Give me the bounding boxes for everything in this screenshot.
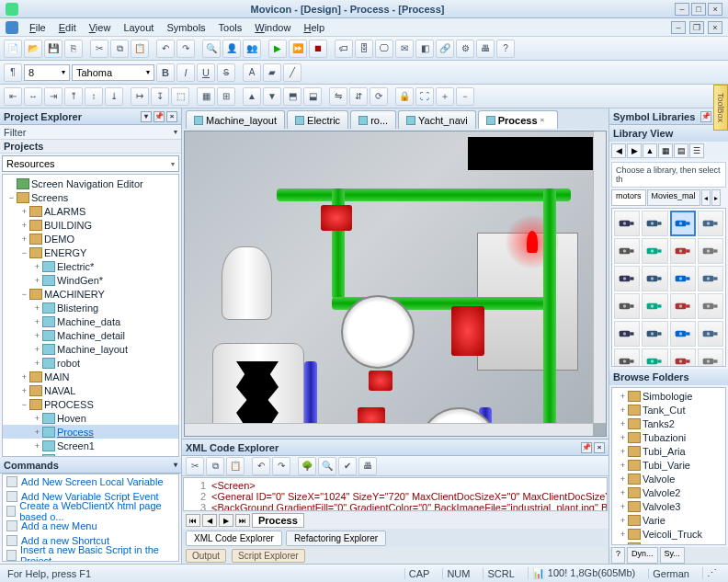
- libtab-right-icon[interactable]: ▸: [711, 189, 721, 206]
- copy-button[interactable]: ⧉: [110, 40, 129, 58]
- doc-tab[interactable]: Yacht_navi: [398, 110, 476, 129]
- project-tree[interactable]: Screen Navigation Editor−Screens+ALARMS+…: [2, 174, 179, 457]
- menu-window[interactable]: Window: [249, 20, 296, 35]
- folder-node[interactable]: +Valvole: [614, 473, 723, 486]
- folder-node[interactable]: +Simbologie: [614, 390, 723, 404]
- back-button[interactable]: ▼: [263, 87, 281, 106]
- symbol-thumb[interactable]: [698, 238, 723, 264]
- close-button[interactable]: ×: [708, 3, 722, 16]
- symbol-thumb[interactable]: [670, 348, 696, 367]
- symbol-thumb[interactable]: [614, 321, 640, 347]
- symbol-thumb[interactable]: [698, 321, 723, 347]
- lib-fwd-button[interactable]: ▶: [627, 143, 642, 158]
- user-button[interactable]: 👤: [222, 40, 241, 58]
- tree-node[interactable]: +Screen1: [3, 439, 178, 452]
- rtab-help[interactable]: ?: [611, 547, 625, 564]
- xml-last-button[interactable]: ⏭: [235, 514, 250, 527]
- redo-button[interactable]: ↷: [176, 40, 195, 58]
- xml-nav-tab[interactable]: Process: [252, 513, 304, 528]
- pe-dropdown-icon[interactable]: ▾: [141, 111, 152, 122]
- help-button[interactable]: ?: [496, 40, 515, 58]
- obj-button[interactable]: ◧: [415, 40, 434, 58]
- xml-pin-icon[interactable]: 📌: [581, 442, 592, 453]
- canvas-scroll-h[interactable]: [185, 423, 593, 436]
- sl-pin-icon[interactable]: 📌: [700, 111, 711, 122]
- canvas-scroll-v[interactable]: [593, 131, 606, 423]
- rtab-dyn[interactable]: Dyn...: [627, 547, 658, 564]
- maximize-button[interactable]: □: [691, 3, 706, 16]
- paste-button[interactable]: 📋: [131, 40, 149, 58]
- symbol-thumb[interactable]: [670, 293, 696, 319]
- open-button[interactable]: 📂: [24, 40, 42, 58]
- snap-button[interactable]: ⊞: [217, 87, 235, 106]
- zoom-out-button[interactable]: －: [456, 87, 474, 106]
- bold-button[interactable]: B: [156, 63, 175, 82]
- ungroup-button[interactable]: ⬓: [303, 87, 322, 106]
- step-button[interactable]: ⏩: [289, 40, 307, 58]
- linecolor-button[interactable]: ╱: [283, 63, 301, 82]
- xml-first-button[interactable]: ⏮: [186, 514, 200, 527]
- tree-node[interactable]: +ALARMS: [3, 204, 178, 218]
- align-center-button[interactable]: ↔: [24, 87, 42, 106]
- symbol-thumb[interactable]: [698, 211, 723, 236]
- zoom-fit-button[interactable]: ⛶: [415, 87, 434, 106]
- symbol-thumb[interactable]: [698, 293, 723, 319]
- tab-refactoring-explorer[interactable]: Refactoring Explorer: [286, 531, 386, 546]
- minimize-button[interactable]: –: [675, 3, 689, 16]
- design-canvas[interactable]: [184, 131, 607, 437]
- zoom-in-button[interactable]: ＋: [436, 87, 454, 106]
- menu-view[interactable]: View: [84, 20, 117, 35]
- symbol-thumb[interactable]: [642, 238, 667, 264]
- symbol-thumb[interactable]: [642, 211, 667, 236]
- pe-close-icon[interactable]: ×: [166, 111, 177, 122]
- xml-prev-button[interactable]: ◀: [202, 514, 217, 527]
- xml-cut-button[interactable]: ✂: [186, 457, 204, 475]
- folder-node[interactable]: +Tank_Cut: [614, 404, 723, 417]
- status-grip-icon[interactable]: ⋰: [702, 567, 721, 579]
- para-button[interactable]: ¶: [4, 63, 22, 82]
- menu-help[interactable]: Help: [298, 20, 330, 35]
- tree-node[interactable]: +Machine_layout: [3, 342, 178, 356]
- folder-node[interactable]: +Valvole3: [614, 500, 723, 514]
- italic-button[interactable]: I: [176, 63, 195, 82]
- symbol-thumb[interactable]: [670, 321, 696, 347]
- tree-node[interactable]: −MACHINERY: [3, 287, 178, 301]
- align-bottom-button[interactable]: ⤓: [105, 87, 123, 106]
- lib-back-button[interactable]: ◀: [611, 143, 626, 158]
- tree-node[interactable]: −ENERGY: [3, 245, 178, 259]
- screen-button[interactable]: 🖵: [375, 40, 393, 58]
- lib-up-button[interactable]: ▲: [643, 143, 657, 158]
- symbol-thumb[interactable]: [614, 266, 640, 291]
- flip-v-button[interactable]: ⇵: [349, 87, 368, 106]
- doc-tab[interactable]: Electric: [287, 110, 348, 129]
- symbol-thumb[interactable]: [670, 211, 696, 236]
- align-middle-button[interactable]: ↕: [85, 87, 103, 106]
- command-item[interactable]: Create a WebClientX html page based o...: [3, 504, 178, 519]
- symbol-thumb[interactable]: [642, 348, 667, 367]
- symbol-thumb[interactable]: [698, 348, 723, 367]
- tag-button[interactable]: 🏷: [335, 40, 353, 58]
- tree-node[interactable]: +Machine_detail: [3, 328, 178, 342]
- textcolor-button[interactable]: A: [243, 63, 261, 82]
- filter-header[interactable]: Filter▾: [0, 125, 181, 140]
- tab-xml-code-explorer[interactable]: XML Code Explorer: [186, 531, 282, 546]
- lib-large-button[interactable]: ▦: [658, 143, 673, 158]
- wiz-button[interactable]: ⚙: [456, 40, 474, 58]
- tab-output[interactable]: Output: [186, 549, 226, 563]
- symbol-thumb[interactable]: [614, 238, 640, 264]
- folder-node[interactable]: +Valvole2: [614, 486, 723, 500]
- cut-button[interactable]: ✂: [90, 40, 108, 58]
- folder-node[interactable]: +Varie: [614, 514, 723, 528]
- tree-node[interactable]: +Blistering: [3, 301, 178, 314]
- doc-tab[interactable]: Process×: [478, 110, 558, 129]
- command-item[interactable]: Add New Screen Local Variable: [3, 474, 178, 489]
- fontname-combo[interactable]: Tahoma▾: [72, 64, 154, 81]
- symbol-thumb[interactable]: [614, 293, 640, 319]
- xml-find-button[interactable]: 🔍: [318, 457, 336, 475]
- xml-print-button[interactable]: 🖶: [358, 457, 377, 475]
- symbol-thumb[interactable]: [614, 211, 640, 236]
- symbol-grid[interactable]: [611, 208, 726, 367]
- symbol-thumb[interactable]: [614, 348, 640, 367]
- folder-node[interactable]: +Tanks2: [614, 417, 723, 431]
- underline-button[interactable]: U: [197, 63, 215, 82]
